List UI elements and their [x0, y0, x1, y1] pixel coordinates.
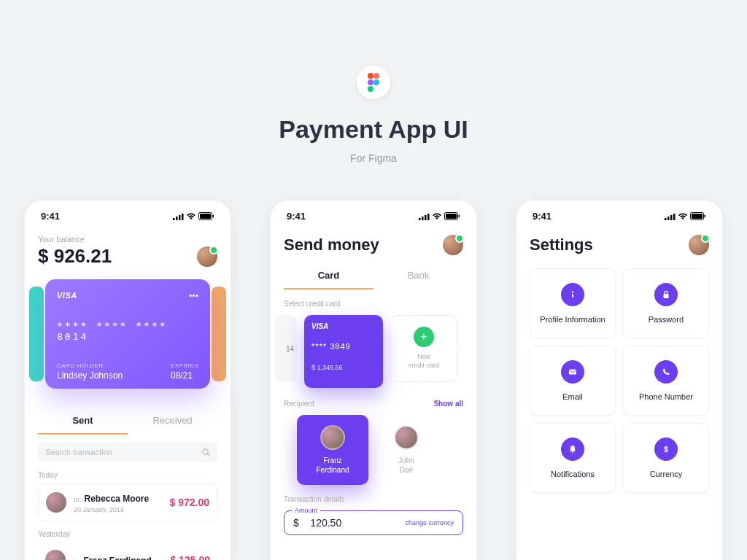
- transaction-row[interactable]: to: Franz Ferdinand $ 125.00: [38, 542, 217, 560]
- svg-rect-17: [427, 214, 430, 220]
- holder-label: CARD HOLDER: [57, 362, 123, 369]
- phone-icon: [654, 360, 678, 384]
- avatar[interactable]: [689, 235, 709, 255]
- svg-rect-11: [213, 215, 214, 218]
- svg-point-3: [374, 79, 379, 85]
- status-time: 9:41: [41, 211, 60, 222]
- expires-value: 08/21: [171, 370, 198, 381]
- balance-label: Your balance: [38, 235, 217, 244]
- svg-rect-21: [665, 218, 667, 220]
- svg-rect-10: [200, 214, 211, 219]
- expires-label: EXPIRES: [171, 362, 198, 369]
- svg-text:$: $: [664, 446, 668, 454]
- tile-profile[interactable]: Profile Information: [530, 268, 616, 338]
- transaction-row[interactable]: to: Rebecca Moore 20 January, 2019 $ 972…: [38, 483, 217, 521]
- svg-rect-6: [176, 217, 178, 220]
- avatar[interactable]: [443, 235, 463, 255]
- search-input[interactable]: Search transaction: [38, 442, 217, 462]
- screen-settings: 9:41 Settings Profile Information: [516, 201, 722, 560]
- page-header: Payment App UI For Figma: [0, 0, 747, 164]
- status-bar: 9:41: [25, 201, 231, 228]
- screen-send-money: 9:41 Send money Card Bank Select credit …: [271, 201, 476, 560]
- card-prev[interactable]: 14: [275, 315, 297, 382]
- tab-card[interactable]: Card: [284, 262, 374, 289]
- avatar: [394, 425, 419, 450]
- avatar[interactable]: [197, 246, 217, 267]
- svg-rect-16: [425, 215, 427, 220]
- svg-rect-30: [664, 294, 669, 298]
- lock-icon: [654, 283, 678, 306]
- tile-notifications[interactable]: Notifications: [530, 423, 616, 493]
- transaction-amount: $ 125.00: [171, 554, 211, 560]
- tab-received[interactable]: Received: [128, 408, 217, 435]
- svg-rect-15: [422, 217, 424, 220]
- svg-rect-14: [419, 218, 421, 220]
- transaction-amount: $ 972.00: [170, 497, 210, 508]
- svg-rect-26: [692, 214, 703, 219]
- status-icons: [665, 212, 706, 220]
- amount-input[interactable]: Amount $ 120.50 change currency: [284, 510, 463, 535]
- search-icon: [202, 448, 210, 456]
- card-prev[interactable]: [29, 287, 44, 381]
- status-icons: [173, 212, 214, 220]
- screen-title: Settings: [530, 236, 593, 254]
- svg-point-28: [572, 291, 573, 292]
- avatar: [46, 492, 66, 513]
- tile-password[interactable]: Password: [623, 268, 709, 338]
- status-time: 9:41: [287, 211, 306, 222]
- section-yesterday: Yesterday: [38, 530, 217, 538]
- balance-amount: $ 926.21: [38, 245, 112, 268]
- svg-rect-31: [569, 370, 576, 375]
- page-subtitle: For Figma: [0, 152, 747, 164]
- section-today: Today: [38, 471, 217, 479]
- figma-icon: [357, 66, 390, 99]
- bell-icon: [561, 438, 584, 461]
- page-title: Payment App UI: [0, 115, 747, 144]
- more-icon[interactable]: •••: [189, 291, 198, 300]
- show-all-link[interactable]: Show all: [433, 400, 463, 408]
- search-placeholder: Search transaction: [45, 448, 202, 456]
- new-card-button[interactable]: + New credit card: [390, 315, 457, 382]
- recipient-selected[interactable]: Franz Ferdinand: [297, 415, 368, 485]
- svg-point-4: [368, 86, 374, 92]
- card-selected[interactable]: VISA **** 3849 $ 1,345.56: [304, 315, 383, 388]
- svg-point-12: [203, 449, 208, 454]
- status-bar: 9:41: [516, 201, 722, 228]
- transaction-details-label: Transaction details: [284, 495, 463, 503]
- select-card-label: Select credit card: [284, 300, 463, 308]
- plus-icon: +: [414, 327, 434, 347]
- avatar: [320, 425, 345, 450]
- svg-point-0: [368, 73, 374, 79]
- tile-email[interactable]: Email: [530, 346, 616, 416]
- recipient-item[interactable]: John Doe: [377, 415, 436, 485]
- info-icon: [561, 283, 584, 306]
- screen-title: Send money: [284, 236, 379, 254]
- tile-currency[interactable]: $ Currency: [623, 423, 709, 493]
- tile-phone[interactable]: Phone Number: [623, 346, 709, 416]
- status-icons: [419, 212, 460, 220]
- change-currency-link[interactable]: change currency: [405, 519, 454, 526]
- svg-rect-19: [446, 214, 457, 219]
- svg-rect-7: [179, 215, 181, 220]
- screen-balance: 9:41 Your balance $ 926.21: [25, 201, 231, 560]
- svg-rect-22: [667, 217, 670, 220]
- svg-rect-29: [572, 294, 573, 298]
- svg-rect-24: [673, 214, 676, 220]
- recipient-label: Recipient: [284, 400, 314, 408]
- holder-name: Lindsey Johnson: [57, 370, 123, 381]
- card-next[interactable]: [212, 287, 226, 381]
- svg-rect-5: [173, 218, 175, 220]
- card-number: **** **** **** 8014: [57, 320, 198, 342]
- card-brand: VISA: [57, 291, 77, 300]
- avatar: [45, 550, 66, 560]
- tab-sent[interactable]: Sent: [38, 408, 128, 435]
- status-time: 9:41: [533, 211, 551, 222]
- status-bar: 9:41: [271, 201, 476, 228]
- svg-rect-27: [705, 215, 706, 218]
- svg-rect-20: [459, 215, 460, 218]
- svg-point-32: [572, 451, 573, 453]
- svg-point-2: [368, 79, 374, 85]
- dollar-icon: $: [654, 438, 678, 461]
- tab-bank[interactable]: Bank: [374, 262, 463, 289]
- credit-card[interactable]: VISA ••• **** **** **** 8014 CARD HOLDER…: [45, 279, 210, 389]
